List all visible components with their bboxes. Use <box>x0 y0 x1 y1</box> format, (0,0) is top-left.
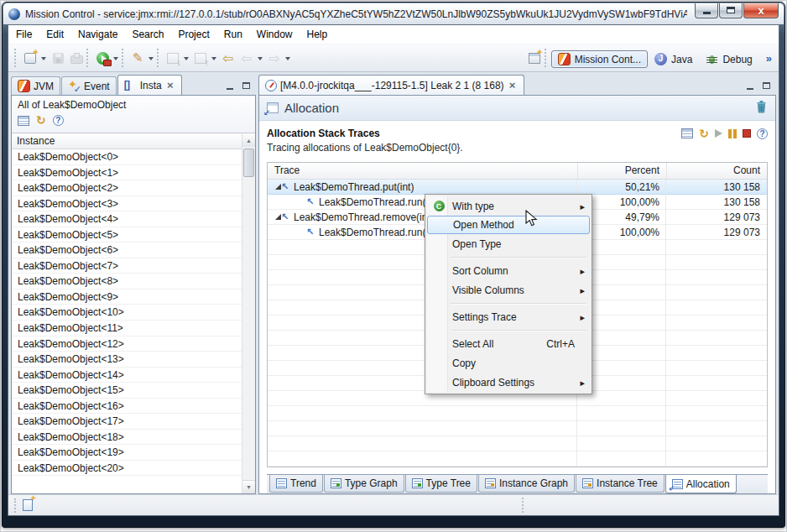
menu-item[interactable]: Project <box>178 29 209 40</box>
connect-button[interactable] <box>128 48 147 68</box>
new-wizard-button[interactable] <box>21 48 39 68</box>
connect-dropdown-icon[interactable] <box>149 57 154 63</box>
bottom-tab[interactable]: Allocation <box>665 475 737 493</box>
toolbar-overflow-chevron[interactable]: » <box>766 52 772 65</box>
back-dropdown-icon[interactable] <box>258 57 263 63</box>
table-icon[interactable] <box>681 128 693 138</box>
menu-item[interactable]: File <box>16 29 32 40</box>
list-item[interactable]: Leak$DemoObject<4> <box>12 211 242 227</box>
close-button[interactable]: x <box>743 3 779 18</box>
list-item[interactable]: Leak$DemoObject<5> <box>12 227 242 243</box>
list-item[interactable]: Leak$DemoObject<12> <box>12 336 242 352</box>
last-edit-button[interactable] <box>219 48 237 68</box>
context-menu-item[interactable]: With type <box>427 196 590 216</box>
refresh-icon[interactable] <box>699 128 709 140</box>
list-item[interactable]: Leak$DemoObject<2> <box>12 180 242 196</box>
expand-twistie-icon[interactable] <box>268 214 281 220</box>
scroll-up-icon[interactable]: ▲ <box>242 133 255 147</box>
list-item[interactable]: Leak$DemoObject<15> <box>12 383 242 399</box>
run-button[interactable] <box>93 48 112 68</box>
list-item[interactable]: Leak$DemoObject<11> <box>12 321 242 336</box>
expand-twistie-icon[interactable] <box>268 184 281 190</box>
list-item[interactable]: Leak$DemoObject<9> <box>12 289 242 305</box>
view-tab[interactable]: JVM <box>11 76 60 95</box>
column-header[interactable]: Percent <box>577 163 666 179</box>
perspective-button[interactable]: Mission Cont... <box>551 50 648 68</box>
context-menu-item[interactable]: Settings Trace <box>427 307 590 326</box>
pause-icon[interactable] <box>728 129 737 138</box>
refresh-icon[interactable] <box>36 114 46 127</box>
list-item[interactable]: Leak$DemoObject<17> <box>12 414 242 430</box>
context-menu-item[interactable]: Copy <box>427 353 590 373</box>
column-header[interactable]: Trace <box>268 163 577 179</box>
context-menu-item[interactable]: Visible Columns <box>427 280 590 300</box>
table-row[interactable]: Leak$DemoThread.put(int) 50,21% 130 158 <box>268 180 767 195</box>
perspective-button[interactable]: Java <box>648 50 699 68</box>
table-icon[interactable] <box>18 116 29 126</box>
scrollbar-thumb[interactable] <box>243 149 254 177</box>
list-item[interactable]: Leak$DemoObject<18> <box>12 430 242 446</box>
update-button[interactable] <box>191 48 210 68</box>
menu-item[interactable]: Search <box>132 29 164 40</box>
menu-item[interactable]: Window <box>257 29 293 40</box>
list-item[interactable]: Leak$DemoObject<3> <box>12 196 242 212</box>
stop-icon[interactable] <box>743 129 751 138</box>
import-dropdown-icon[interactable] <box>184 57 189 63</box>
list-item[interactable]: Leak$DemoObject<0> <box>12 149 242 165</box>
trash-button[interactable] <box>755 100 768 116</box>
update-dropdown-icon[interactable] <box>211 57 216 63</box>
bottom-tab[interactable]: Instance Tree <box>576 475 665 493</box>
list-item[interactable]: Leak$DemoObject<8> <box>12 274 242 289</box>
list-item[interactable]: Leak$DemoObject<13> <box>12 352 242 368</box>
bottom-tab[interactable]: Instance Graph <box>478 475 575 493</box>
instance-column-header[interactable]: Instance <box>12 133 242 149</box>
help-icon[interactable] <box>53 115 64 126</box>
menu-item[interactable]: Navigate <box>78 29 117 40</box>
column-header[interactable]: Count <box>666 163 767 179</box>
bottom-tab[interactable]: Trend <box>269 475 323 493</box>
context-menu-item[interactable]: Select All Ctrl+A <box>427 334 590 353</box>
context-menu-item[interactable]: Open Method <box>427 216 590 234</box>
console-new-icon[interactable] <box>23 499 33 511</box>
print-button[interactable] <box>67 48 86 68</box>
forward-dropdown-icon[interactable] <box>285 57 290 63</box>
context-menu-item[interactable]: Open Type <box>427 234 590 253</box>
editor-tab[interactable]: [M4.0.0-jrockitqa___-129115-1.5] Leak 2 … <box>258 75 524 95</box>
list-scrollbar[interactable]: ▲ ▼ <box>242 133 255 493</box>
list-item[interactable]: Leak$DemoObject<19> <box>12 445 242 461</box>
title-bar[interactable]: Mission Control - service:jmx:rmi://127.… <box>3 3 784 24</box>
view-tab[interactable]: Insta <box>117 75 182 95</box>
maximize-button[interactable] <box>719 3 743 18</box>
menu-item[interactable]: Help <box>307 29 328 40</box>
list-item[interactable]: Leak$DemoObject<14> <box>12 368 242 383</box>
play-icon[interactable] <box>715 129 722 138</box>
minimize-button[interactable] <box>695 3 718 18</box>
save-button[interactable] <box>49 48 67 68</box>
back-button[interactable] <box>237 48 256 68</box>
scroll-down-icon[interactable]: ▼ <box>242 480 255 493</box>
help-icon[interactable] <box>757 128 768 139</box>
context-menu-item[interactable]: Sort Column <box>427 261 590 280</box>
minimize-view-button[interactable] <box>223 80 237 91</box>
toolbar-drag-handle[interactable] <box>14 49 17 67</box>
perspective-button[interactable]: Debug <box>699 50 758 68</box>
list-item[interactable]: Leak$DemoObject<6> <box>12 243 242 258</box>
list-item[interactable]: Leak$DemoObject<20> <box>12 461 242 477</box>
maximize-view-button[interactable] <box>239 80 253 91</box>
close-tab-icon[interactable] <box>165 79 175 91</box>
list-item[interactable]: Leak$DemoObject<16> <box>12 399 242 415</box>
list-item[interactable]: Leak$DemoObject<10> <box>12 305 242 321</box>
context-menu-item[interactable]: Clipboard Settings <box>427 373 590 392</box>
bottom-tab[interactable]: Type Graph <box>324 475 404 493</box>
menu-item[interactable]: Run <box>224 29 242 40</box>
new-dropdown-icon[interactable] <box>41 57 46 63</box>
forward-button[interactable] <box>265 48 284 68</box>
import-button[interactable] <box>164 48 182 68</box>
open-perspective-button[interactable] <box>525 48 544 68</box>
view-tab[interactable]: Event <box>61 76 117 95</box>
list-item[interactable]: Leak$DemoObject<7> <box>12 258 242 274</box>
list-item[interactable]: Leak$DemoObject<1> <box>12 165 242 181</box>
close-editor-tab-icon[interactable] <box>508 79 518 91</box>
run-dropdown-icon[interactable] <box>113 57 118 63</box>
maximize-editor-button[interactable] <box>759 80 773 91</box>
